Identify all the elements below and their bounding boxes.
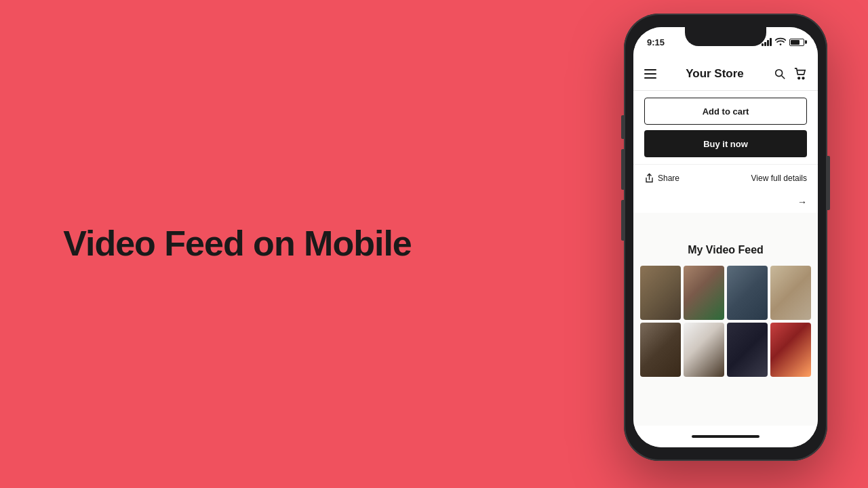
content-spacer (633, 213, 818, 233)
svg-point-1 (776, 69, 783, 76)
volume-up-button (621, 149, 624, 190)
phone-screen: 9:15 (633, 27, 818, 447)
left-section: Video Feed on Mobile (0, 0, 475, 488)
power-button (827, 156, 830, 210)
headline: Video Feed on Mobile (63, 224, 412, 263)
add-to-cart-button[interactable]: Add to cart (644, 98, 807, 125)
view-full-details-link[interactable]: View full details (751, 174, 808, 183)
cart-button[interactable] (793, 67, 807, 81)
video-thumb-7[interactable] (727, 323, 768, 377)
video-feed-section: My Video Feed (633, 233, 818, 388)
signal-bar-3 (767, 40, 769, 46)
battery-icon (789, 39, 804, 46)
video-thumb-5[interactable] (640, 323, 681, 377)
next-arrow-icon[interactable]: → (797, 197, 807, 207)
arrow-row: → (633, 191, 818, 213)
hamburger-menu-icon[interactable] (644, 69, 656, 79)
signal-bar-2 (764, 42, 766, 46)
video-thumb-6[interactable] (684, 323, 724, 377)
phone-outer: 9:15 (624, 14, 827, 461)
svg-line-2 (782, 75, 785, 79)
product-buttons: Add to cart Buy it now (633, 91, 818, 165)
action-row: Share View full details (633, 165, 818, 191)
video-thumb-3[interactable] (727, 266, 768, 320)
video-feed-title: My Video Feed (640, 244, 811, 256)
video-thumb-2[interactable] (684, 266, 724, 320)
share-label: Share (658, 174, 679, 183)
video-thumb-8[interactable] (770, 323, 811, 377)
video-grid (640, 266, 811, 377)
volume-mute-button (621, 115, 624, 139)
hamburger-line-3 (644, 77, 656, 79)
notch (685, 27, 766, 46)
phone-mockup: 9:15 (624, 14, 827, 461)
nav-bar: Your Store (633, 57, 818, 91)
signal-bar-1 (762, 43, 764, 46)
search-icon (774, 68, 786, 80)
video-thumb-4[interactable] (770, 266, 811, 320)
share-icon (644, 173, 654, 183)
signal-bar-4 (770, 38, 772, 46)
share-button[interactable]: Share (644, 173, 679, 183)
content-area[interactable]: Add to cart Buy it now Share View full d… (633, 91, 818, 426)
hamburger-line-2 (644, 73, 656, 75)
cart-icon (794, 68, 806, 80)
svg-point-4 (802, 77, 804, 79)
store-title: Your Store (686, 67, 744, 81)
svg-point-0 (780, 43, 782, 45)
svg-point-3 (798, 77, 800, 79)
status-time: 9:15 (647, 37, 665, 47)
video-thumb-1[interactable] (640, 266, 681, 320)
status-icons (762, 36, 804, 48)
wifi-icon (774, 36, 787, 48)
volume-down-button (621, 200, 624, 241)
battery-fill (791, 40, 800, 45)
search-button[interactable] (773, 67, 787, 81)
nav-icons (773, 67, 807, 81)
home-bar (692, 435, 760, 438)
buy-now-button[interactable]: Buy it now (644, 130, 807, 157)
hamburger-line-1 (644, 69, 656, 70)
home-indicator (633, 426, 818, 447)
